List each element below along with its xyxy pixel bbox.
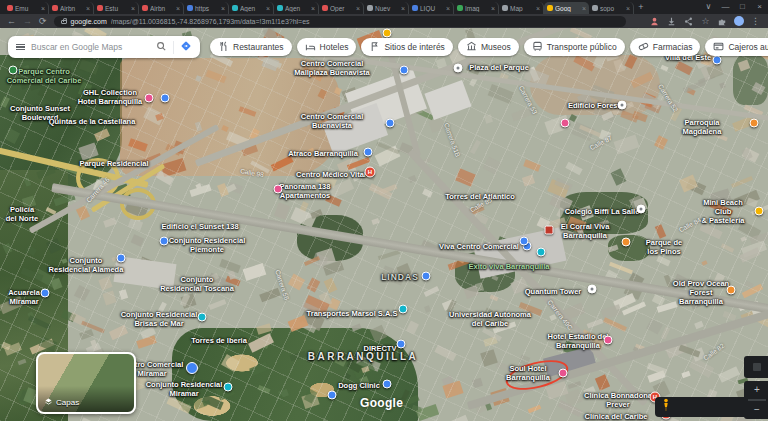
browser-tab[interactable]: Agen× — [274, 2, 319, 14]
browser-tab[interactable]: Estu× — [94, 2, 139, 14]
map-marker-generic[interactable] — [454, 64, 463, 73]
map-marker-food[interactable] — [727, 286, 736, 295]
new-tab-button[interactable]: + — [634, 2, 648, 14]
tab-search-icon[interactable]: ∨ — [700, 0, 717, 14]
close-button[interactable]: × — [751, 0, 768, 14]
bookmark-star-icon[interactable]: ☆ — [700, 16, 711, 27]
map-marker-misc[interactable] — [198, 313, 207, 322]
minimize-button[interactable]: — — [717, 0, 734, 14]
map-marker-gold[interactable] — [383, 29, 392, 38]
map-marker-shopping[interactable] — [520, 237, 529, 246]
browser-tab[interactable]: Map× — [499, 2, 544, 14]
tab-close-icon[interactable]: × — [131, 5, 135, 12]
map-marker-misc[interactable] — [224, 383, 233, 392]
maximize-button[interactable]: □ — [734, 0, 751, 14]
browser-tab[interactable]: Imag× — [454, 2, 499, 14]
address-bar[interactable]: google.com /maps/@11.0036815,-74.8268976… — [54, 16, 626, 27]
directions-icon[interactable] — [180, 38, 192, 56]
tab-close-icon[interactable]: × — [221, 5, 225, 12]
map-marker-gold[interactable] — [755, 207, 764, 216]
profile-avatar[interactable] — [734, 16, 744, 26]
map-marker-generic[interactable] — [588, 285, 597, 294]
maps-search-box[interactable] — [8, 36, 200, 58]
map-marker-hotel[interactable] — [145, 94, 154, 103]
map-marker-shopping[interactable] — [117, 254, 126, 263]
browser-tab[interactable]: Nuev× — [364, 2, 409, 14]
tab-close-icon[interactable]: × — [41, 5, 45, 12]
chip-museum[interactable]: Museos — [458, 38, 519, 56]
extensions-icon[interactable] — [717, 16, 728, 27]
browser-tab[interactable]: LIQU× — [409, 2, 454, 14]
map-marker-hotel[interactable] — [274, 185, 283, 194]
search-icon[interactable] — [156, 38, 167, 56]
map-marker-shopping[interactable] — [386, 119, 395, 128]
map-marker-misc[interactable] — [399, 305, 408, 314]
browser-tab[interactable]: Agen× — [229, 2, 274, 14]
chip-pharmacy[interactable]: Farmacias — [630, 38, 701, 56]
profile-error-icon[interactable] — [649, 16, 660, 27]
browser-tab[interactable]: sopo× — [589, 2, 634, 14]
forward-button[interactable]: → — [23, 15, 32, 27]
map-marker-misc[interactable] — [537, 248, 546, 257]
reload-button[interactable]: ⟳ — [39, 15, 47, 27]
browser-tab[interactable]: Emu× — [4, 2, 49, 14]
tab-close-icon[interactable]: × — [176, 5, 180, 12]
map-marker-shopping[interactable] — [160, 237, 169, 246]
chip-bus[interactable]: Transporte público — [524, 38, 625, 56]
map-marker-hotel[interactable] — [559, 369, 568, 378]
map-marker-shopping[interactable] — [383, 380, 392, 389]
browser-tab[interactable]: Airbn× — [49, 2, 94, 14]
download-icon[interactable] — [666, 16, 677, 27]
tab-close-icon[interactable]: × — [266, 5, 270, 12]
back-button[interactable]: ← — [7, 15, 16, 27]
tab-close-icon[interactable]: × — [401, 5, 405, 12]
map-marker-food[interactable] — [622, 238, 631, 247]
map-marker-shopping[interactable] — [713, 56, 722, 65]
map-marker-food[interactable] — [750, 119, 759, 128]
map-marker-hotel[interactable] — [604, 336, 613, 345]
map-marker-shopping[interactable] — [400, 66, 409, 75]
browser-tab[interactable]: Oper× — [319, 2, 364, 14]
pegman-icon[interactable] — [660, 398, 672, 416]
tab-close-icon[interactable]: × — [491, 5, 495, 12]
map-marker-shopping[interactable] — [41, 289, 50, 298]
map-marker-hospital[interactable]: H — [365, 167, 376, 178]
tab-close-icon[interactable]: × — [446, 5, 450, 12]
chip-atm[interactable]: Cajeros automátic — [705, 38, 768, 56]
map-marker-shopping[interactable] — [397, 340, 406, 349]
chip-label: Hoteles — [320, 42, 349, 52]
browser-tab[interactable]: Airbn× — [139, 2, 184, 14]
search-input[interactable] — [31, 42, 150, 52]
browser-tab[interactable]: Goog× — [544, 2, 589, 14]
map-marker-generic[interactable] — [618, 101, 627, 110]
map-marker-generic[interactable] — [637, 205, 646, 214]
tab-close-icon[interactable]: × — [536, 5, 540, 12]
chip-hotel[interactable]: Hoteles — [297, 38, 357, 56]
map-marker-shoppingbig[interactable] — [186, 362, 198, 374]
layers-widget[interactable]: Capas — [36, 352, 136, 414]
camera-control-button[interactable] — [744, 356, 768, 378]
tab-close-icon[interactable]: × — [311, 5, 315, 12]
map-marker-tree[interactable] — [9, 66, 18, 75]
map-marker-hotel[interactable] — [561, 119, 570, 128]
tab-favicon — [322, 5, 328, 11]
map-marker-shopping[interactable] — [161, 94, 170, 103]
tab-close-icon[interactable]: × — [626, 5, 630, 12]
map-marker-shopping[interactable] — [328, 391, 337, 400]
map-marker-shopping[interactable] — [422, 272, 431, 281]
map-marker-shopping[interactable] — [364, 148, 373, 157]
map-canvas[interactable]: Parque Centro Comercial del CaribeConjun… — [0, 28, 768, 421]
map-marker-brand[interactable] — [545, 226, 554, 235]
tab-close-icon[interactable]: × — [86, 5, 90, 12]
chip-restaurant[interactable]: Restaurantes — [210, 38, 292, 56]
zoom-in-button[interactable]: + — [744, 381, 768, 399]
share-icon[interactable] — [683, 16, 694, 27]
menu-icon[interactable] — [16, 44, 25, 51]
browser-tab[interactable]: https× — [184, 2, 229, 14]
tab-close-icon[interactable]: × — [356, 5, 360, 12]
chip-landmark[interactable]: Sitios de interés — [361, 38, 452, 56]
browser-menu-icon[interactable]: ⋮ — [750, 16, 761, 27]
padlock-icon[interactable] — [61, 20, 67, 24]
zoom-out-button[interactable]: − — [744, 401, 768, 419]
tab-close-icon[interactable]: × — [582, 5, 586, 12]
